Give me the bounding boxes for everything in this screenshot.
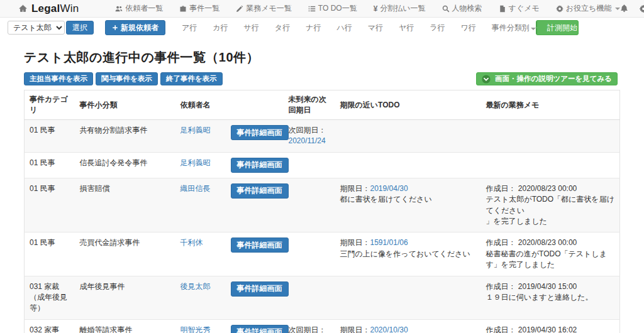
column-header: 期限の近いTODO (335, 90, 481, 120)
kana-tab[interactable]: サ行 (244, 23, 259, 33)
nav-item-label: お役立ち機能 (566, 3, 612, 14)
new-client-label: 新規依頼者 (121, 23, 158, 33)
table-row: 031 家裁（成年後見等） 成年後見事件 後見太郎 事件詳細画面 作成日： 20… (25, 276, 620, 319)
kana-tab[interactable]: カ行 (213, 23, 228, 33)
case-detail-button[interactable]: 事件詳細画面 (231, 125, 289, 140)
list-icon (308, 5, 316, 13)
case-subtype: 損害賠償 (75, 178, 175, 232)
timer-start-button[interactable]: 計測開始 (536, 20, 579, 35)
next-date-link[interactable]: 2020/11/24 (289, 136, 326, 145)
column-header (226, 90, 284, 120)
column-header: 事件小分類 (75, 90, 175, 120)
case-detail-button[interactable]: 事件詳細画面 (231, 158, 289, 173)
nav-item-label: すぐメモ (509, 3, 540, 14)
app-logo[interactable]: LegalWin (19, 3, 79, 15)
briefcase-icon (179, 5, 187, 13)
kana-tab[interactable]: ア行 (182, 23, 197, 33)
case-subtype: 成年後見事件 (75, 276, 175, 319)
nav-item[interactable]: 依頼者一覧 (115, 3, 163, 14)
client-select[interactable]: テスト太郎 (8, 21, 65, 35)
memo-text: 秘書秘書の進がTODO「テストします」を完了しました (486, 249, 607, 269)
settings-menu[interactable]: 設定 (640, 3, 644, 14)
kana-tab[interactable]: タ行 (275, 23, 290, 33)
case-filter-button[interactable]: 主担当事件を表示 (24, 72, 93, 85)
home-icon (19, 4, 27, 13)
upcoming-todo: 期限日：2020/10/30 財産分与一覧表作成 (335, 319, 481, 333)
nav-item[interactable]: TO DO一覧 (308, 3, 357, 14)
kana-tab[interactable]: マ行 (368, 23, 383, 33)
kana-tab[interactable]: ワ行 (461, 23, 476, 33)
table-row: 01 民事 信長追討令発令事件 足利義昭 事件詳細画面 (25, 152, 620, 178)
nav-item[interactable]: お役立ち機能 (556, 3, 621, 14)
latest-memo: 作成日： 2020/08/23 00:00 秘書秘書の進がTODO「テストします… (481, 232, 620, 276)
case-subtype: 離婚等請求事件 (75, 319, 175, 333)
bell-icon[interactable] (620, 4, 628, 13)
select-button[interactable]: 選択 (66, 21, 94, 35)
column-header: 事件カテゴリ (25, 90, 75, 120)
nav-item[interactable]: すぐメモ (499, 3, 540, 14)
client-link[interactable]: 明智光秀 (180, 325, 211, 333)
case-filter-button[interactable]: 終了事件を表示 (160, 72, 223, 85)
case-subtype: 信長追討令発令事件 (75, 152, 175, 178)
category-filter-menu[interactable]: 事件分類別 (492, 23, 536, 33)
client-link[interactable]: 足利義昭 (180, 126, 211, 134)
column-header: 依頼者名 (175, 90, 226, 120)
tour-button[interactable]: 画面・操作の説明ツアーを見てみる (476, 72, 618, 85)
client-link[interactable]: 後見太郎 (180, 282, 211, 291)
tour-button-label: 画面・操作の説明ツアーを見てみる (495, 74, 612, 84)
chevron-circle-icon (482, 75, 491, 84)
case-category: 031 家裁（成年後見等） (25, 276, 75, 319)
next-court-date (284, 232, 335, 276)
navbar-right: 設定 (620, 3, 644, 14)
top-navbar: LegalWin 依頼者一覧事件一覧業務メモ一覧TO DO一覧¥分割払い一覧人物… (0, 0, 644, 18)
case-table: 事件カテゴリ事件小分類依頼者名未到来の次回期日期限の近いTODO最新の業務メモ … (24, 90, 620, 333)
case-category: 01 民事 (25, 178, 75, 232)
memo-created: 2020/08/23 00:00 (518, 238, 577, 247)
record-icon (536, 24, 537, 31)
kana-tab[interactable]: ラ行 (430, 23, 445, 33)
client-link[interactable]: 足利義昭 (180, 158, 211, 167)
upcoming-todo (335, 120, 481, 153)
kana-tab[interactable]: ヤ行 (399, 23, 414, 33)
caret-down-icon (615, 8, 620, 10)
nav-item[interactable]: 事件一覧 (179, 3, 219, 14)
nav-item-label: 業務メモ一覧 (246, 3, 292, 14)
upcoming-todo: 期限日：2019/04/30 都に書状を届けてください (335, 178, 481, 232)
case-subtype: 共有物分割請求事件 (75, 120, 175, 153)
memo-created: 2019/04/30 16:02 (518, 325, 577, 333)
upcoming-todo: 期限日：1591/01/06 三門の上に像を作っておいてください (335, 232, 481, 276)
todo-deadline-link[interactable]: 1591/01/06 (370, 238, 408, 247)
nav-item-label: 依頼者一覧 (125, 3, 163, 14)
upcoming-todo (335, 276, 481, 319)
table-row: 01 民事 売買代金請求事件 千利休 事件詳細画面 期限日：1591/01/06… (25, 232, 620, 276)
case-detail-button[interactable]: 事件詳細画面 (231, 237, 289, 253)
toolbar: テスト太郎 選択 新規依頼者 ア行カ行サ行タ行ナ行ハ行マ行ヤ行ラ行ワ行事件分類別… (0, 18, 644, 38)
nav-item[interactable]: ¥分割払い一覧 (374, 3, 426, 14)
timer-icon-box (536, 21, 537, 35)
nav-item-label: 人物検索 (452, 3, 482, 14)
nav-item[interactable]: 人物検索 (442, 3, 482, 14)
gear-icon (640, 5, 644, 13)
nav-item-label: 分割払い一覧 (380, 3, 425, 14)
client-link[interactable]: 織田信長 (180, 184, 211, 193)
page-title: テスト太郎の進行中の事件一覧（10件） (24, 49, 620, 66)
kana-nav: ア行カ行サ行タ行ナ行ハ行マ行ヤ行ラ行ワ行事件分類別 (182, 23, 536, 33)
memo-created: 2020/08/23 00:00 (518, 184, 577, 193)
kana-tab[interactable]: ハ行 (336, 23, 352, 33)
latest-memo: 作成日： 2019/04/30 15:00 １９日に伺いますと連絡した。 (481, 276, 620, 319)
new-client-button[interactable]: 新規依頼者 (105, 20, 165, 35)
case-detail-button[interactable]: 事件詳細画面 (231, 183, 289, 199)
pencil-icon (236, 5, 243, 13)
table-row: 032 家事（離婚・相続等） 離婚等請求事件 明智光秀 事件詳細画面 次回期日：… (25, 319, 620, 333)
case-filter-button[interactable]: 関与事件を表示 (96, 72, 158, 85)
case-detail-button[interactable]: 事件詳細画面 (231, 325, 289, 333)
kana-tab[interactable]: ナ行 (306, 23, 321, 33)
nav-item[interactable]: 業務メモ一覧 (236, 3, 292, 14)
main-content: テスト太郎の進行中の事件一覧（10件） 主担当事件を表示関与事件を表示終了事件を… (0, 49, 644, 333)
todo-deadline-link[interactable]: 2020/10/30 (370, 325, 408, 333)
next-court-date (284, 152, 335, 178)
client-link[interactable]: 千利休 (180, 238, 203, 247)
case-detail-button[interactable]: 事件詳細画面 (231, 281, 289, 297)
table-row: 01 民事 損害賠償 織田信長 事件詳細画面 期限日：2019/04/30 都に… (25, 178, 620, 232)
todo-deadline-link[interactable]: 2019/04/30 (370, 184, 408, 193)
